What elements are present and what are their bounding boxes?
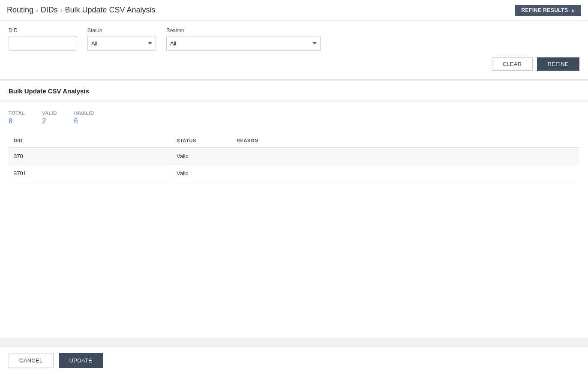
valid-stat: VALID 2 [42, 111, 57, 125]
breadcrumb-routing[interactable]: Routing [7, 6, 33, 15]
table-header-row: DID STATUS REASON [9, 134, 579, 148]
refine-results-label: REFINE RESULTS [521, 7, 568, 13]
reason-filter-label: Reason [166, 27, 321, 33]
table-body: 370Valid3701Valid [9, 148, 579, 182]
breadcrumb-sep-1: › [36, 7, 38, 14]
stats-row: TOTAL 8 VALID 2 INVALID 6 [0, 102, 588, 129]
valid-value[interactable]: 2 [42, 117, 57, 125]
chevron-up-icon: ▲ [571, 8, 575, 12]
refine-button[interactable]: REFINE [537, 57, 579, 71]
cell-reason [231, 165, 579, 182]
breadcrumb: Routing › DIDs › Bulk Update CSV Analysi… [7, 6, 156, 15]
cell-did: 370 [9, 148, 171, 165]
cancel-button[interactable]: CANCEL [9, 353, 54, 368]
section-title: Bulk Update CSV Analysis [0, 81, 588, 102]
table-row: 3701Valid [9, 165, 579, 182]
main-content: Bulk Update CSV Analysis TOTAL 8 VALID 2… [0, 81, 588, 338]
status-select[interactable]: All Valid Invalid [87, 36, 156, 51]
total-value[interactable]: 8 [9, 117, 25, 125]
footer-bar: CANCEL UPDATE [0, 347, 588, 374]
valid-label: VALID [42, 111, 57, 116]
total-stat: TOTAL 8 [9, 111, 25, 125]
cell-status: Valid [171, 148, 231, 165]
reason-select[interactable]: All [166, 36, 321, 51]
total-label: TOTAL [9, 111, 25, 116]
did-input[interactable] [9, 36, 77, 51]
status-filter-label: Status [87, 27, 156, 33]
breadcrumb-sep-2: › [60, 7, 63, 14]
clear-button[interactable]: CLEAR [492, 57, 533, 71]
table-container: DID STATUS REASON 370Valid3701Valid [0, 129, 588, 186]
header-bar: Routing › DIDs › Bulk Update CSV Analysi… [0, 0, 588, 21]
invalid-stat: INVALID 6 [74, 111, 94, 125]
cell-did: 3701 [9, 165, 171, 182]
table-row: 370Valid [9, 148, 579, 165]
col-header-status: STATUS [171, 134, 231, 148]
results-table: DID STATUS REASON 370Valid3701Valid [9, 134, 579, 182]
cell-status: Valid [171, 165, 231, 182]
table-header: DID STATUS REASON [9, 134, 579, 148]
cell-reason [231, 148, 579, 165]
filter-actions: CLEAR REFINE [9, 57, 579, 71]
update-button[interactable]: UPDATE [59, 353, 103, 368]
invalid-label: INVALID [74, 111, 94, 116]
reason-filter-field: Reason All [166, 27, 321, 51]
col-header-reason: REASON [231, 134, 579, 148]
filter-row: DID Status All Valid Invalid Reason All [9, 27, 579, 51]
breadcrumb-current: Bulk Update CSV Analysis [65, 6, 155, 15]
status-filter-field: Status All Valid Invalid [87, 27, 156, 51]
filter-panel: DID Status All Valid Invalid Reason All … [0, 21, 588, 81]
did-filter-label: DID [9, 27, 77, 33]
col-header-did: DID [9, 134, 171, 148]
did-filter-field: DID [9, 27, 77, 51]
breadcrumb-dids[interactable]: DIDs [41, 6, 58, 15]
refine-results-button[interactable]: REFINE RESULTS ▲ [515, 5, 581, 16]
invalid-value[interactable]: 6 [74, 117, 94, 125]
